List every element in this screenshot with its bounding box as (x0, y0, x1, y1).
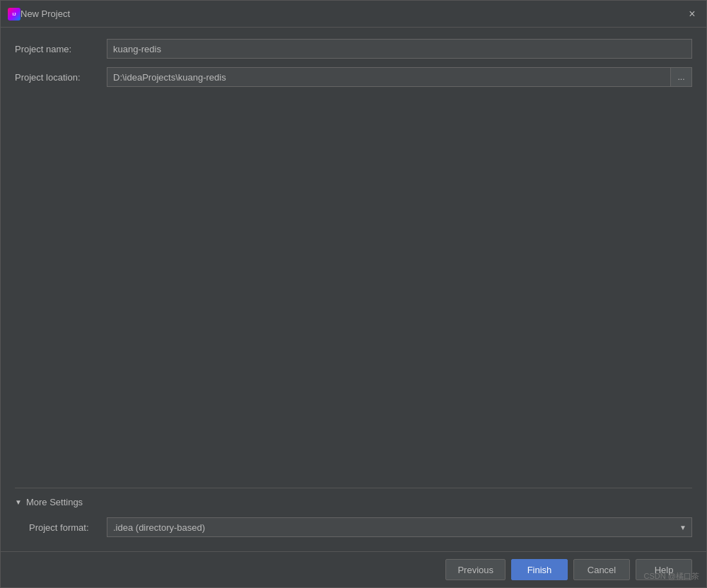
project-format-select-wrapper: .idea (directory-based) .ipr (file-based… (107, 517, 692, 537)
chevron-down-icon: ▼ (15, 498, 22, 506)
dialog-content: Project name: Project location: ... ▼ Mo… (1, 28, 706, 551)
previous-button[interactable]: Previous (445, 559, 506, 580)
watermark: CSDN @橘口茶 (644, 571, 699, 582)
project-format-select[interactable]: .idea (directory-based) .ipr (file-based… (107, 517, 692, 537)
project-location-label: Project location: (15, 72, 107, 83)
more-settings-header[interactable]: ▼ More Settings (15, 494, 692, 510)
project-location-field-group: ... (107, 67, 692, 87)
cancel-button[interactable]: Cancel (573, 559, 630, 580)
project-name-input[interactable] (107, 39, 692, 59)
more-settings-label: More Settings (26, 497, 83, 507)
title-bar: IJ New Project × (1, 1, 706, 28)
more-settings-content: Project format: .idea (directory-based) … (15, 510, 692, 540)
project-format-row: Project format: .idea (directory-based) … (29, 517, 692, 537)
project-name-label: Project name: (15, 44, 107, 54)
finish-button[interactable]: Finish (511, 559, 568, 580)
dialog-footer: Previous Finish Cancel Help (1, 551, 706, 587)
app-logo-icon: IJ (8, 8, 21, 20)
more-settings-section: ▼ More Settings Project format: .idea (d… (15, 488, 692, 540)
dialog-title: New Project (21, 8, 685, 19)
project-name-row: Project name: (15, 39, 692, 59)
project-format-label: Project format: (29, 522, 107, 533)
browse-button[interactable]: ... (671, 67, 692, 87)
content-spacer (15, 95, 692, 488)
close-button[interactable]: × (685, 7, 699, 21)
project-location-row: Project location: ... (15, 67, 692, 87)
new-project-dialog: IJ New Project × Project name: Project l… (0, 0, 707, 588)
project-location-input[interactable] (107, 67, 671, 87)
